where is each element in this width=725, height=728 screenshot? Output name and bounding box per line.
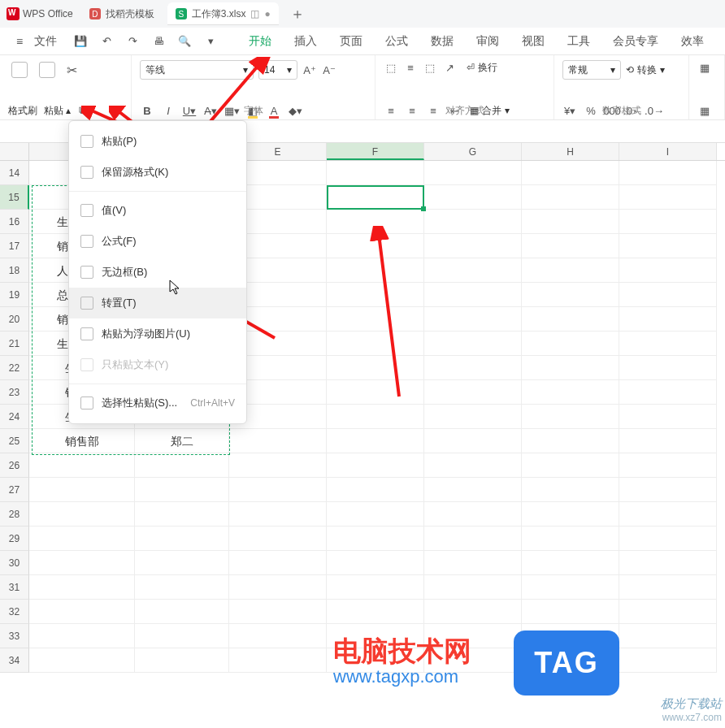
row-header[interactable]: 24 [0, 405, 29, 429]
paste-menu-keep-source[interactable]: 保留源格式(K) [69, 157, 246, 188]
tab-formula[interactable]: 公式 [385, 34, 408, 49]
cell[interactable] [522, 405, 619, 429]
tab-workbook[interactable]: S 工作簿3.xlsx ◫ ● [167, 2, 279, 25]
cell[interactable] [522, 429, 619, 453]
cell[interactable] [327, 648, 424, 673]
file-menu[interactable]: 文件 [34, 34, 57, 49]
paste-menu-value[interactable]: 值(V) [69, 195, 246, 226]
font-grow-icon[interactable]: A⁺ [302, 63, 317, 77]
cell[interactable] [135, 600, 229, 624]
cell[interactable] [424, 332, 522, 356]
cell[interactable] [522, 283, 619, 307]
cell[interactable] [327, 551, 424, 575]
row-header[interactable]: 34 [0, 648, 29, 673]
row-header[interactable]: 32 [0, 600, 29, 624]
cell[interactable] [424, 307, 522, 332]
cell[interactable] [327, 624, 424, 648]
cell[interactable] [327, 453, 424, 478]
cell[interactable] [327, 502, 424, 526]
cell[interactable] [522, 502, 619, 526]
cell[interactable] [424, 453, 522, 478]
cell[interactable] [522, 258, 619, 283]
paste-menu-paste[interactable]: 粘贴(P) [69, 126, 246, 157]
row-header[interactable]: 30 [0, 551, 29, 575]
cell[interactable] [522, 332, 619, 356]
cell[interactable] [135, 551, 229, 575]
cell[interactable] [229, 624, 327, 648]
cell[interactable] [424, 185, 522, 210]
cell[interactable] [619, 307, 717, 332]
cell[interactable] [522, 161, 619, 185]
cell[interactable] [424, 161, 522, 185]
cell[interactable] [424, 526, 522, 551]
hamburger-icon[interactable]: ≡ [16, 35, 23, 48]
align-bottom-icon[interactable]: ⬚ [423, 60, 437, 75]
row-header[interactable]: 19 [0, 283, 29, 307]
cell[interactable] [619, 526, 717, 551]
row-header[interactable]: 18 [0, 258, 29, 283]
cell[interactable] [29, 526, 135, 551]
tab-home[interactable]: 开始 [249, 34, 271, 49]
cell[interactable] [424, 234, 522, 258]
format-painter-label[interactable]: 格式刷 [8, 104, 37, 118]
tab-templates[interactable]: D 找稻壳模板 [81, 2, 163, 25]
cell[interactable] [135, 478, 229, 502]
cell[interactable] [29, 453, 135, 478]
paste-menu-transpose[interactable]: 转置(T) [69, 288, 246, 318]
cell[interactable] [327, 429, 424, 453]
new-tab-button[interactable]: ＋ [290, 4, 305, 24]
row-header[interactable]: 33 [0, 624, 29, 648]
row-header[interactable]: 25 [0, 429, 29, 453]
cell[interactable] [424, 648, 522, 673]
cell[interactable] [619, 258, 717, 283]
tab-vip[interactable]: 会员专享 [613, 34, 658, 49]
cell[interactable] [619, 234, 717, 258]
cell[interactable] [522, 453, 619, 478]
cell[interactable] [229, 551, 327, 575]
cell[interactable] [135, 502, 229, 526]
cell[interactable] [424, 624, 522, 648]
cell[interactable] [522, 356, 619, 380]
cell[interactable] [424, 283, 522, 307]
cell[interactable] [29, 648, 135, 673]
cell[interactable] [619, 161, 717, 185]
cell[interactable] [619, 648, 717, 673]
cell[interactable] [229, 502, 327, 526]
format-painter-button[interactable] [8, 60, 31, 80]
cell[interactable] [619, 624, 717, 648]
cell[interactable] [327, 526, 424, 551]
cell[interactable] [424, 429, 522, 453]
paste-menu-formula[interactable]: 公式(F) [69, 226, 246, 257]
cell[interactable] [29, 600, 135, 624]
row-header[interactable]: 17 [0, 234, 29, 258]
undo-icon[interactable]: ↶ [99, 34, 114, 49]
cell[interactable] [229, 429, 327, 453]
convert-button[interactable]: ⟲转换▾ [626, 63, 665, 77]
cell[interactable] [327, 380, 424, 405]
paste-menu-special[interactable]: 选择性粘贴(S)...Ctrl+Alt+V [69, 388, 246, 418]
cell[interactable] [327, 405, 424, 429]
row-header[interactable]: 22 [0, 356, 29, 380]
cell[interactable] [327, 356, 424, 380]
cell[interactable] [327, 210, 424, 234]
cell[interactable] [619, 502, 717, 526]
col-header-i[interactable]: I [619, 143, 717, 160]
cell[interactable] [29, 551, 135, 575]
number-format-select[interactable]: 常规 ▾ [562, 60, 621, 80]
cell[interactable] [424, 380, 522, 405]
preview-icon[interactable]: 🔍 [177, 34, 192, 49]
align-top-icon[interactable]: ⬚ [384, 60, 398, 75]
cell[interactable] [327, 600, 424, 624]
cell[interactable] [424, 502, 522, 526]
cut-button[interactable]: ✂ [63, 61, 80, 80]
paste-menu-float-image[interactable]: 粘贴为浮动图片(U) [69, 318, 246, 349]
cell[interactable] [327, 258, 424, 283]
cell[interactable] [619, 405, 717, 429]
cell[interactable] [135, 453, 229, 478]
styles-icon[interactable]: ▦ [697, 60, 712, 75]
tab-view[interactable]: 视图 [522, 34, 545, 49]
tab-insert[interactable]: 插入 [294, 34, 317, 49]
redo-icon[interactable]: ↷ [125, 34, 140, 49]
align-middle-icon[interactable]: ≡ [403, 60, 418, 75]
cell[interactable] [135, 648, 229, 673]
